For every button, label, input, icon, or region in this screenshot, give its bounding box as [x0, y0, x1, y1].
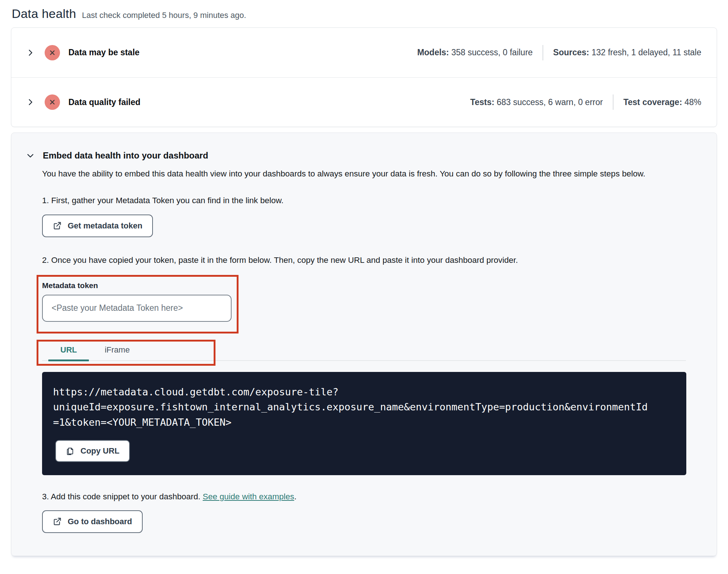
go-to-dashboard-label: Go to dashboard [68, 517, 132, 526]
step-3-prefix: 3. Add this code snippet to your dashboa… [42, 492, 203, 501]
copy-url-label: Copy URL [80, 446, 119, 456]
models-stat-label: Models: [417, 48, 449, 57]
embed-section-content: You have the ability to embed this data … [42, 168, 702, 533]
embed-section-title: Embed data health into your dashboard [43, 150, 208, 161]
stat-divider [613, 94, 613, 110]
go-to-dashboard-button[interactable]: Go to dashboard [42, 510, 143, 533]
external-link-icon [53, 221, 62, 230]
tests-stat-value: 683 success, 6 warn, 0 error [497, 97, 603, 107]
status-panel: Data may be stale Models: 358 success, 0… [11, 27, 717, 127]
models-stat-value: 358 success, 0 failure [451, 48, 533, 57]
tab-iframe[interactable]: iFrame [91, 339, 143, 360]
tests-stat: Tests: 683 success, 6 warn, 0 error [470, 97, 603, 107]
embed-description: You have the ability to embed this data … [42, 168, 697, 180]
page-title: Data health [12, 7, 76, 21]
token-field-label: Metadata token [42, 281, 237, 290]
models-stat: Models: 358 success, 0 failure [417, 48, 533, 57]
get-metadata-token-label: Get metadata token [68, 221, 142, 231]
test-coverage-stat-label: Test coverage: [623, 97, 682, 107]
embed-url-line: uniqueId=exposure.fishtown_internal_anal… [53, 399, 675, 414]
chevron-right-icon[interactable] [26, 48, 35, 57]
data-health-page: Data health Last check completed 5 hours… [0, 0, 728, 556]
sources-stat-label: Sources: [553, 48, 589, 57]
copy-icon [66, 447, 75, 455]
annotation-box-token-field: Metadata token [37, 275, 239, 333]
stat-divider [543, 45, 543, 60]
get-metadata-token-button[interactable]: Get metadata token [42, 215, 153, 237]
step-2-text: 2. Once you have copied your token, past… [42, 256, 702, 265]
status-row-title: Data quality failed [68, 97, 140, 107]
embed-url-line: https://metadata.cloud.getdbt.com/exposu… [53, 384, 675, 399]
error-x-circle-icon [45, 94, 60, 110]
step-3-suffix: . [294, 492, 296, 501]
sources-stat: Sources: 132 fresh, 1 delayed, 11 stale [553, 48, 701, 57]
chevron-down-icon[interactable] [26, 151, 35, 160]
test-coverage-stat-value: 48% [684, 97, 701, 107]
embed-url-line: =1&token=<YOUR_METADATA_TOKEN> [53, 415, 675, 430]
copy-url-button[interactable]: Copy URL [55, 440, 130, 462]
status-row-data-stale[interactable]: Data may be stale Models: 358 success, 0… [11, 28, 717, 77]
metadata-token-input[interactable] [42, 295, 232, 322]
external-link-icon [53, 517, 62, 526]
step-3-text: 3. Add this code snippet to your dashboa… [42, 492, 702, 502]
embed-section-header[interactable]: Embed data health into your dashboard [26, 150, 702, 161]
tab-url[interactable]: URL [46, 339, 91, 360]
status-row-data-quality[interactable]: Data quality failed Tests: 683 success, … [11, 77, 717, 127]
embed-section: Embed data health into your dashboard Yo… [11, 133, 717, 556]
error-x-circle-icon [45, 45, 60, 60]
status-row-stats: Models: 358 success, 0 failure Sources: … [417, 45, 701, 60]
last-check-status: Last check completed 5 hours, 9 minutes … [82, 11, 246, 20]
guide-examples-link[interactable]: See guide with examples [203, 492, 294, 501]
tests-stat-label: Tests: [470, 97, 494, 107]
output-tabs-area: URL iFrame [42, 339, 702, 361]
status-row-title: Data may be stale [68, 48, 139, 57]
chevron-right-icon[interactable] [26, 98, 35, 107]
sources-stat-value: 132 fresh, 1 delayed, 11 stale [592, 48, 701, 57]
output-tab-bar: URL iFrame [42, 339, 686, 361]
embed-url-code-block: https://metadata.cloud.getdbt.com/exposu… [42, 372, 686, 475]
status-row-stats: Tests: 683 success, 6 warn, 0 error Test… [470, 94, 701, 110]
page-header: Data health Last check completed 5 hours… [11, 5, 717, 27]
test-coverage-stat: Test coverage: 48% [623, 97, 701, 107]
step-1-text: 1. First, gather your Metadata Token you… [42, 196, 702, 205]
